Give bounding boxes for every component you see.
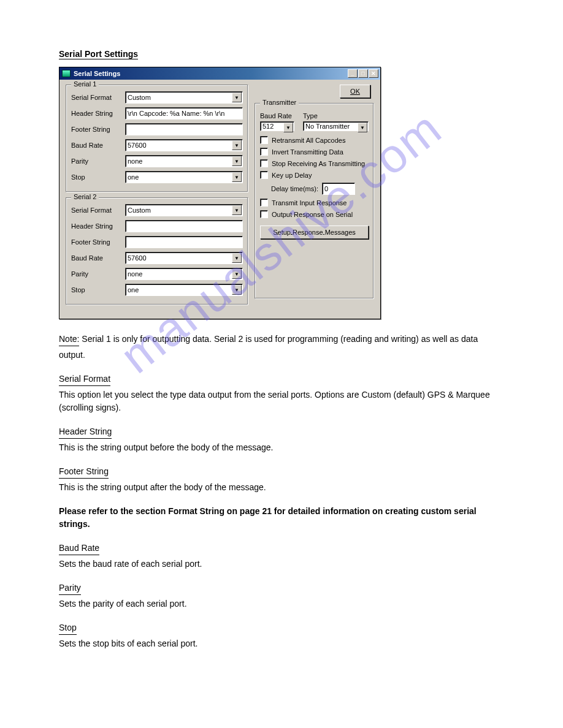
setup-response-button[interactable]: Setup Response Messages — [260, 226, 369, 239]
serial2-header-label: Header String — [71, 222, 125, 230]
baud-rate-head: Baud Rate — [59, 542, 99, 555]
document-body: Note: Serial 1 is only for outputting da… — [59, 333, 504, 650]
stop-body: Sets the stop bits of each serial port. — [59, 639, 197, 648]
parity-body: Sets the parity of each serial port. — [59, 599, 187, 609]
chevron-down-icon: ▼ — [232, 269, 242, 279]
tx-type-select[interactable]: No Transmitter ▼ — [303, 121, 369, 131]
serial2-parity-select[interactable]: none ▼ — [125, 268, 243, 280]
window-titlebar: Serial Settings _ □ ✕ — [59, 67, 380, 80]
keyup-label: Key up Delay — [272, 172, 312, 179]
retransmit-checkbox[interactable] — [260, 136, 268, 144]
serial2-baud-select[interactable]: 57600 ▼ — [125, 252, 243, 264]
header-string-head: Header String — [59, 425, 112, 439]
serial2-stop-select[interactable]: one ▼ — [125, 284, 243, 296]
serial1-footer-input[interactable] — [125, 123, 243, 135]
tx-baud-label: Baud Rate — [260, 112, 297, 119]
serial1-baud-select[interactable]: 57600 ▼ — [125, 139, 243, 151]
serial2-group: Serial 2 Serial Format Custom ▼ Header S… — [66, 197, 248, 305]
serial2-format-select[interactable]: Custom ▼ — [125, 204, 243, 216]
transmitter-legend: Transmitter — [260, 99, 299, 106]
tx-baud-select[interactable]: 512 ▼ — [260, 121, 294, 131]
baud-rate-body: Sets the baud rate of each serial port. — [59, 559, 202, 569]
header-string-body: This is the string output before the bod… — [59, 442, 273, 452]
retransmit-label: Retransmit All Capcodes — [272, 137, 345, 144]
serial2-baud-label: Baud Rate — [71, 254, 125, 262]
invert-label: Invert Transmitting Data — [272, 148, 343, 156]
stop-rx-checkbox[interactable] — [260, 159, 268, 167]
serial1-header-input[interactable] — [125, 107, 243, 119]
chevron-down-icon: ▼ — [358, 123, 367, 132]
chevron-down-icon: ▼ — [232, 205, 242, 215]
serial2-footer-input[interactable] — [125, 236, 243, 248]
tx-type-label: Type — [303, 112, 369, 119]
page-heading: Serial Port Settings — [59, 49, 138, 59]
serial1-legend: Serial 1 — [71, 80, 99, 88]
serial2-stop-label: Stop — [71, 286, 125, 294]
chevron-down-icon: ▼ — [283, 123, 293, 132]
serial-format-body: This option let you select the type data… — [59, 390, 490, 412]
format-string-notice: Please refer to the section Format Strin… — [59, 505, 504, 531]
out-serial-checkbox[interactable] — [260, 210, 268, 218]
serial1-group: Serial 1 Serial Format Custom ▼ Header S… — [66, 85, 248, 192]
serial2-legend: Serial 2 — [71, 193, 99, 200]
maximize-button[interactable]: □ — [358, 69, 368, 78]
stop-head: Stop — [59, 621, 77, 635]
note-head: Note: — [59, 333, 79, 346]
serial-format-head: Serial Format — [59, 373, 110, 386]
delay-input[interactable] — [322, 183, 355, 195]
keyup-checkbox[interactable] — [260, 171, 268, 179]
app-icon — [62, 70, 71, 77]
serial1-parity-label: Parity — [71, 157, 125, 165]
chevron-down-icon: ▼ — [232, 156, 242, 166]
ok-button[interactable]: OK — [340, 85, 370, 98]
serial1-header-label: Header String — [71, 110, 125, 117]
serial1-format-label: Serial Format — [71, 94, 125, 101]
tx-input-label: Transmit Input Response — [272, 199, 347, 207]
chevron-down-icon: ▼ — [232, 93, 242, 102]
transmitter-group: Transmitter Baud Rate 512 ▼ Type — [255, 103, 374, 299]
close-button[interactable]: ✕ — [369, 69, 378, 78]
serial1-footer-label: Footer String — [71, 126, 125, 133]
serial1-stop-label: Stop — [71, 173, 125, 181]
out-serial-label: Output Response on Serial — [272, 211, 353, 218]
chevron-down-icon: ▼ — [232, 140, 242, 150]
delay-label: Delay time(ms): — [271, 185, 318, 192]
serial1-format-select[interactable]: Custom ▼ — [125, 91, 243, 104]
footer-string-body: This is the string output after the body… — [59, 482, 266, 492]
serial2-footer-label: Footer String — [71, 238, 125, 246]
stop-rx-label: Stop Receiving As Transmitting — [272, 160, 365, 167]
serial-settings-window: Serial Settings _ □ ✕ Serial 1 Serial Fo… — [59, 67, 381, 319]
chevron-down-icon: ▼ — [232, 172, 242, 182]
serial1-stop-select[interactable]: one ▼ — [125, 171, 243, 183]
parity-head: Parity — [59, 582, 81, 595]
serial1-baud-label: Baud Rate — [71, 142, 125, 149]
note-body: Serial 1 is only for outputting data. Se… — [59, 334, 478, 360]
invert-checkbox[interactable] — [260, 148, 268, 156]
serial2-format-label: Serial Format — [71, 207, 125, 214]
window-title: Serial Settings — [74, 70, 348, 77]
chevron-down-icon: ▼ — [232, 285, 242, 295]
serial1-parity-select[interactable]: none ▼ — [125, 155, 243, 167]
serial2-header-input[interactable] — [125, 220, 243, 232]
tx-input-checkbox[interactable] — [260, 199, 268, 207]
serial2-parity-label: Parity — [71, 270, 125, 278]
footer-string-head: Footer String — [59, 465, 109, 479]
minimize-button[interactable]: _ — [348, 69, 358, 78]
chevron-down-icon: ▼ — [232, 253, 242, 263]
